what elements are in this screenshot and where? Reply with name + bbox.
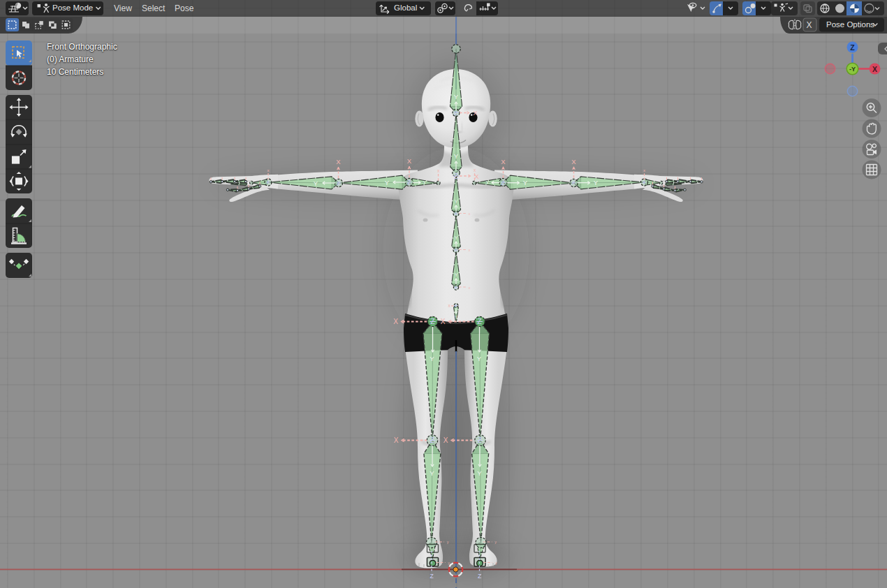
svg-text:Y: Y: [455, 272, 458, 277]
svg-text:y: y: [447, 540, 449, 544]
svg-text:Y: Y: [455, 235, 458, 240]
svg-text:X: X: [394, 436, 399, 444]
svg-text:X: X: [393, 318, 398, 325]
svg-text:X: X: [407, 157, 412, 165]
svg-text:Y: Y: [486, 180, 490, 185]
svg-text:x: x: [643, 168, 645, 172]
svg-text:x: x: [469, 248, 471, 252]
svg-text:Y: Y: [430, 355, 434, 362]
svg-text:Y: Y: [385, 179, 390, 186]
svg-text:-Y: -Y: [849, 66, 856, 73]
svg-text:Y: Y: [523, 179, 528, 186]
svg-text:Z: Z: [430, 573, 433, 580]
svg-text:X: X: [571, 158, 576, 166]
svg-text:Y: Y: [455, 199, 458, 204]
svg-text:x: x: [267, 168, 270, 172]
svg-text:Y: Y: [430, 469, 434, 477]
svg-text:Y: Y: [477, 469, 482, 477]
svg-text:X: X: [441, 318, 446, 325]
svg-text:X: X: [444, 436, 448, 444]
svg-text:X: X: [501, 158, 506, 166]
svg-text:Y: Y: [454, 93, 459, 101]
svg-text:y: y: [494, 540, 497, 544]
svg-text:Y: Y: [594, 179, 599, 186]
svg-text:X: X: [473, 109, 478, 117]
svg-text:X: X: [336, 158, 341, 166]
svg-text:Y: Y: [454, 152, 459, 160]
svg-text:X: X: [474, 172, 479, 180]
svg-text:Y: Y: [423, 180, 427, 185]
svg-text:x: x: [469, 212, 471, 216]
svg-text:x: x: [469, 286, 471, 290]
svg-text:Z: Z: [850, 43, 855, 52]
svg-text:y: y: [495, 561, 497, 565]
svg-text:X: X: [872, 65, 877, 73]
svg-text:Y: Y: [455, 315, 457, 319]
svg-text:y: y: [448, 561, 450, 565]
svg-text:Z: Z: [478, 573, 481, 580]
svg-text:Y: Y: [314, 179, 318, 187]
svg-text:Y: Y: [477, 355, 482, 362]
